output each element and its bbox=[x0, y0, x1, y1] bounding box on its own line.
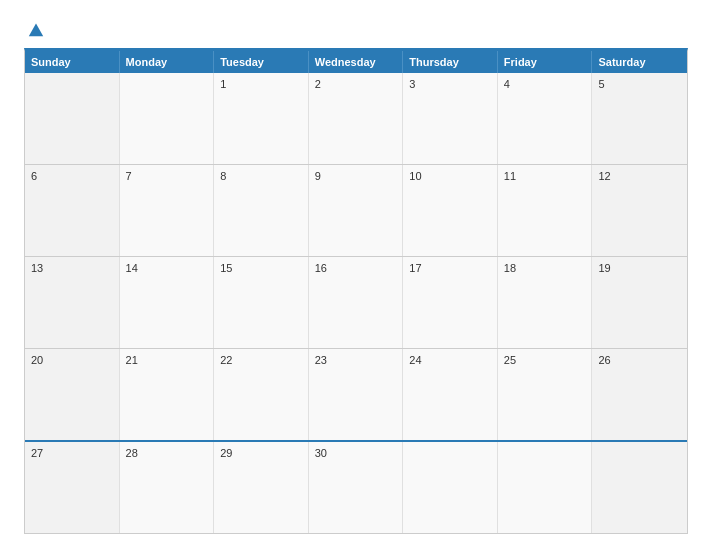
day-cell-10: 10 bbox=[403, 165, 498, 256]
day-cell-5: 5 bbox=[592, 73, 687, 164]
day-number: 4 bbox=[504, 78, 510, 90]
day-number: 23 bbox=[315, 354, 327, 366]
day-cell-22: 22 bbox=[214, 349, 309, 440]
day-cell-25: 25 bbox=[498, 349, 593, 440]
day-cell-16: 16 bbox=[309, 257, 404, 348]
day-cell-empty bbox=[120, 73, 215, 164]
week-row-2: 6789101112 bbox=[25, 165, 687, 257]
calendar-page: SundayMondayTuesdayWednesdayThursdayFrid… bbox=[0, 0, 712, 550]
day-cell-29: 29 bbox=[214, 442, 309, 533]
day-number: 13 bbox=[31, 262, 43, 274]
week-row-4: 20212223242526 bbox=[25, 349, 687, 442]
day-cell-empty bbox=[498, 442, 593, 533]
day-header-friday: Friday bbox=[498, 51, 593, 73]
day-number: 27 bbox=[31, 447, 43, 459]
day-cell-23: 23 bbox=[309, 349, 404, 440]
day-number: 9 bbox=[315, 170, 321, 182]
day-cell-1: 1 bbox=[214, 73, 309, 164]
day-cell-4: 4 bbox=[498, 73, 593, 164]
week-row-3: 13141516171819 bbox=[25, 257, 687, 349]
weeks-container: 1234567891011121314151617181920212223242… bbox=[25, 73, 687, 533]
day-cell-17: 17 bbox=[403, 257, 498, 348]
day-number: 22 bbox=[220, 354, 232, 366]
day-cell-12: 12 bbox=[592, 165, 687, 256]
day-number: 21 bbox=[126, 354, 138, 366]
day-number: 2 bbox=[315, 78, 321, 90]
day-number: 14 bbox=[126, 262, 138, 274]
page-header bbox=[24, 20, 688, 38]
day-cell-8: 8 bbox=[214, 165, 309, 256]
day-cell-28: 28 bbox=[120, 442, 215, 533]
day-cell-20: 20 bbox=[25, 349, 120, 440]
day-cell-24: 24 bbox=[403, 349, 498, 440]
day-number: 6 bbox=[31, 170, 37, 182]
day-cell-21: 21 bbox=[120, 349, 215, 440]
calendar-grid: SundayMondayTuesdayWednesdayThursdayFrid… bbox=[24, 48, 688, 534]
day-number: 17 bbox=[409, 262, 421, 274]
day-cell-27: 27 bbox=[25, 442, 120, 533]
day-cell-2: 2 bbox=[309, 73, 404, 164]
day-cell-11: 11 bbox=[498, 165, 593, 256]
day-number: 15 bbox=[220, 262, 232, 274]
day-cell-7: 7 bbox=[120, 165, 215, 256]
day-number: 5 bbox=[598, 78, 604, 90]
day-number: 10 bbox=[409, 170, 421, 182]
day-number: 29 bbox=[220, 447, 232, 459]
day-header-tuesday: Tuesday bbox=[214, 51, 309, 73]
day-number: 19 bbox=[598, 262, 610, 274]
day-number: 3 bbox=[409, 78, 415, 90]
day-cell-14: 14 bbox=[120, 257, 215, 348]
day-number: 8 bbox=[220, 170, 226, 182]
day-number: 24 bbox=[409, 354, 421, 366]
day-cell-26: 26 bbox=[592, 349, 687, 440]
day-cell-15: 15 bbox=[214, 257, 309, 348]
logo bbox=[24, 20, 45, 38]
day-cell-empty bbox=[25, 73, 120, 164]
day-number: 12 bbox=[598, 170, 610, 182]
day-cell-19: 19 bbox=[592, 257, 687, 348]
day-header-saturday: Saturday bbox=[592, 51, 687, 73]
day-header-sunday: Sunday bbox=[25, 51, 120, 73]
day-number: 30 bbox=[315, 447, 327, 459]
day-cell-9: 9 bbox=[309, 165, 404, 256]
logo-triangle-icon bbox=[27, 20, 45, 38]
day-headers-row: SundayMondayTuesdayWednesdayThursdayFrid… bbox=[25, 51, 687, 73]
day-cell-6: 6 bbox=[25, 165, 120, 256]
day-number: 20 bbox=[31, 354, 43, 366]
day-number: 28 bbox=[126, 447, 138, 459]
day-header-thursday: Thursday bbox=[403, 51, 498, 73]
week-row-1: 12345 bbox=[25, 73, 687, 165]
day-number: 1 bbox=[220, 78, 226, 90]
day-cell-18: 18 bbox=[498, 257, 593, 348]
day-cell-13: 13 bbox=[25, 257, 120, 348]
day-cell-30: 30 bbox=[309, 442, 404, 533]
day-number: 11 bbox=[504, 170, 516, 182]
day-cell-3: 3 bbox=[403, 73, 498, 164]
svg-marker-0 bbox=[29, 24, 43, 37]
day-number: 26 bbox=[598, 354, 610, 366]
day-header-monday: Monday bbox=[120, 51, 215, 73]
day-number: 7 bbox=[126, 170, 132, 182]
week-row-5: 27282930 bbox=[25, 442, 687, 533]
day-header-wednesday: Wednesday bbox=[309, 51, 404, 73]
day-number: 16 bbox=[315, 262, 327, 274]
day-number: 25 bbox=[504, 354, 516, 366]
day-number: 18 bbox=[504, 262, 516, 274]
day-cell-empty bbox=[592, 442, 687, 533]
day-cell-empty bbox=[403, 442, 498, 533]
